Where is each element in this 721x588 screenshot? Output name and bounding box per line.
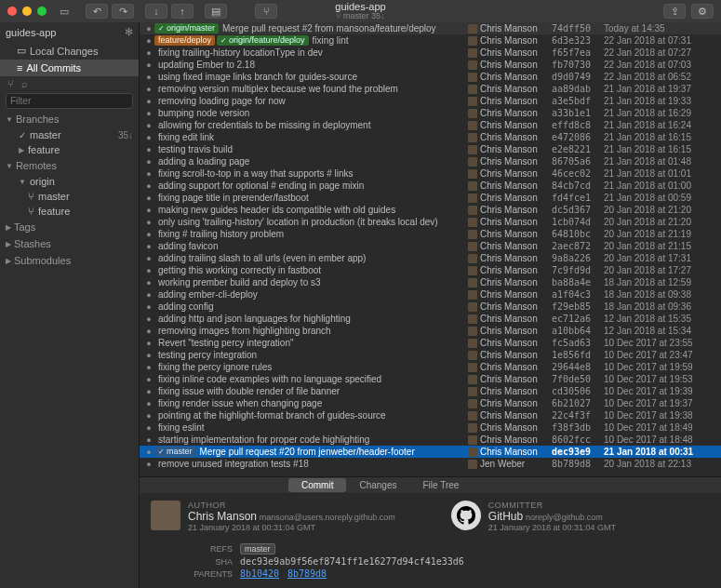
section-stashes[interactable]: ▶ Stashes — [0, 235, 139, 252]
author-avatar-icon — [468, 375, 477, 384]
commit-row[interactable]: ●testing travis buildChris Mansone2e8221… — [140, 143, 721, 155]
repo-switcher-icon[interactable]: ▭ — [54, 4, 74, 19]
commit-row[interactable]: ●adding configChris Mansonf29eb8518 Jan … — [140, 301, 721, 313]
author-avatar-icon — [468, 242, 477, 251]
commit-row[interactable]: ●working prember build and deploy to s3C… — [140, 276, 721, 288]
settings-icon[interactable]: ⚙ — [691, 4, 714, 19]
commit-date: 20 Jan 2018 at 17:31 — [604, 253, 717, 263]
commit-author: Chris Manson — [468, 229, 552, 239]
section-remotes[interactable]: ▼ Remotes — [0, 157, 139, 174]
commit-row[interactable]: ●fixing the percy ignore rulesChris Mans… — [140, 361, 721, 373]
minimize-window-icon[interactable] — [22, 7, 32, 16]
commit-row[interactable]: ●Revert "testing percy integration"Chris… — [140, 337, 721, 349]
author-avatar-icon — [468, 121, 477, 130]
ref-badge[interactable]: ✓origin/master — [154, 23, 219, 33]
sidebar-all-commits[interactable]: ≡ All Commits — [0, 60, 139, 76]
commit-row[interactable]: ●fixing trailing-history locationType in… — [140, 47, 721, 59]
sidebar-repo-header[interactable]: guides-app ✻ — [0, 22, 139, 42]
graph-node-icon: ● — [143, 435, 154, 445]
parent-link[interactable]: 8b789d8 — [287, 568, 327, 579]
commit-row[interactable]: ●remove unused integration tests #18Jen … — [140, 458, 721, 470]
remote-origin[interactable]: ▼ origin — [0, 174, 139, 189]
branch-feature[interactable]: ▶ feature — [0, 142, 139, 157]
commit-row[interactable]: ●removing version multiplex because we f… — [140, 83, 721, 95]
commit-row[interactable]: ●adding support for optional # ending in… — [140, 180, 721, 192]
commit-row[interactable]: ●fixing # trailing history problemChris … — [140, 228, 721, 240]
commit-hash: fd4fce1 — [552, 193, 604, 203]
ref-badge[interactable]: ✓origin/feature/deploy — [217, 35, 309, 46]
commit-row[interactable]: ●making new guides header ids compatible… — [140, 204, 721, 216]
commit-row[interactable]: ●fixing page title in prerender/fastboot… — [140, 192, 721, 204]
commit-row[interactable]: ●✓masterMerge pull request #20 from jenw… — [140, 446, 721, 458]
commit-row[interactable]: ●adding trailing slash to all urls (even… — [140, 252, 721, 264]
branches-icon[interactable]: ⑂ — [255, 4, 277, 19]
commit-row[interactable]: ●allowing for credentials to be missing … — [140, 119, 721, 131]
commit-row[interactable]: ●adding faviconChris Manson2aec87220 Jan… — [140, 240, 721, 252]
filter-input[interactable] — [6, 93, 133, 109]
commit-row[interactable]: ●removing images from highlighting branc… — [140, 325, 721, 337]
author-avatar-icon — [468, 327, 477, 336]
commit-row[interactable]: ●getting this working correctly in fastb… — [140, 264, 721, 276]
push-icon[interactable]: ↑ — [171, 4, 194, 19]
commit-row[interactable]: ●fixing eslintChris Mansonf38f3db10 Dec … — [140, 421, 721, 434]
commit-list[interactable]: ●✓origin/masterMerge pull request #2 fro… — [140, 22, 721, 476]
ref-badge[interactable]: feature/deploy — [154, 35, 215, 46]
search-icon: ⌕ — [21, 78, 28, 89]
share-icon[interactable]: ⇪ — [663, 4, 686, 19]
commit-row[interactable]: ●feature/deploy✓origin/feature/deployfix… — [140, 34, 721, 47]
tab-file-tree[interactable]: File Tree — [409, 478, 472, 492]
redo-icon[interactable]: ↷ — [112, 4, 134, 19]
graph-node-icon: ● — [143, 290, 154, 300]
commit-row[interactable]: ●adding ember-cli-deployChris Mansona1f0… — [140, 288, 721, 301]
sha-value: dec93e9ab9f56ef8741ff1e16277d94cf41e33d6 — [240, 556, 464, 567]
commit-row[interactable]: ●fixing scroll-to-top in a way that supp… — [140, 167, 721, 180]
maximize-window-icon[interactable] — [37, 7, 47, 16]
commit-row[interactable]: ●✓origin/masterMerge pull request #2 fro… — [140, 22, 721, 34]
author-avatar-icon — [468, 36, 477, 46]
branch-master[interactable]: ✓ master 35↓ — [0, 127, 139, 142]
commit-row[interactable]: ●fixing render issue when changing pageC… — [140, 397, 721, 409]
commit-message: adding http and json languages for highl… — [154, 314, 468, 324]
branch-icon: ⑂ — [336, 11, 340, 20]
commit-row[interactable]: ●pointing at the highlight-format branch… — [140, 409, 721, 421]
commit-row[interactable]: ●removing loading page for nowChris Mans… — [140, 95, 721, 107]
commit-message: fixing page title in prerender/fastboot — [154, 193, 468, 203]
commit-row[interactable]: ●starting implementation for proper code… — [140, 434, 721, 446]
tab-commit[interactable]: Commit — [288, 478, 346, 492]
ref-badge[interactable]: ✓master — [154, 447, 196, 457]
commit-row[interactable]: ●bumping node versionChris Mansona33b1e1… — [140, 107, 721, 119]
commit-author: Chris Manson — [468, 410, 552, 421]
remote-branch-master[interactable]: ⑂ master — [0, 189, 139, 204]
commit-message: remove unused integration tests #18 — [154, 459, 468, 469]
commit-date: 21 Jan 2018 at 19:33 — [604, 96, 717, 106]
commit-row[interactable]: ●updating Ember to 2.18Chris Mansonfb707… — [140, 59, 721, 71]
author-avatar-icon — [468, 109, 477, 118]
commit-row[interactable]: ●fixing edit linkChris Mansone47208621 J… — [140, 131, 721, 143]
section-branches[interactable]: ▼ Branches — [0, 111, 139, 127]
undo-icon[interactable]: ↶ — [86, 4, 108, 19]
section-tags[interactable]: ▶ Tags — [0, 219, 139, 235]
commit-row[interactable]: ●using fixed image links branch for guid… — [140, 71, 721, 83]
commit-row[interactable]: ●testing percy integrationChris Manson1e… — [140, 349, 721, 361]
gear-icon[interactable]: ✻ — [125, 26, 133, 38]
stash-icon[interactable]: ▤ — [205, 4, 227, 19]
parent-link[interactable]: 8b10420 — [240, 568, 279, 579]
commit-row[interactable]: ●fixing inline code examples with no lan… — [140, 373, 721, 385]
commit-date: 18 Jan 2018 at 12:59 — [604, 277, 717, 287]
submodules-label: Submodules — [14, 255, 71, 266]
branch-count: 35↓ — [118, 130, 133, 140]
tab-changes[interactable]: Changes — [346, 478, 409, 492]
branch-icon[interactable]: ⑂ — [4, 78, 18, 89]
commit-row[interactable]: ●fixing issue with double render of file… — [140, 385, 721, 397]
sidebar-local-changes[interactable]: ▭ Local Changes — [0, 42, 139, 60]
section-submodules[interactable]: ▶ Submodules — [0, 252, 139, 269]
commit-row[interactable]: ●only using 'trailing-history' location … — [140, 216, 721, 228]
graph-node-icon: ● — [143, 85, 154, 94]
close-window-icon[interactable] — [7, 7, 17, 16]
pull-icon[interactable]: ↓ — [145, 4, 167, 19]
remote-branch-feature[interactable]: ⑂ feature — [0, 204, 139, 219]
commit-row[interactable]: ●adding http and json languages for high… — [140, 313, 721, 325]
detail-tabs: Commit Changes File Tree — [140, 476, 721, 493]
chevron-down-icon: ▼ — [6, 162, 13, 170]
commit-row[interactable]: ●adding a loading pageChris Manson86705a… — [140, 155, 721, 167]
